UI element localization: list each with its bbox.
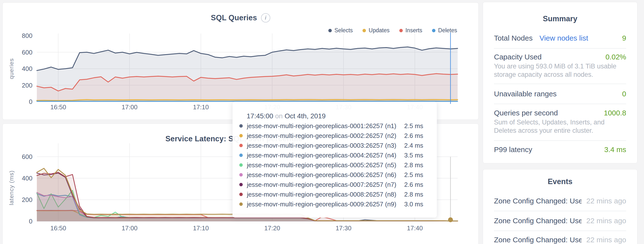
node-latency-value: 2.8 ms [404,191,423,198]
tooltip-row: jesse-movr-multi-region-georeplicas-0008… [233,189,437,199]
legend-item-inserts[interactable]: Inserts [399,27,422,34]
event-link[interactable]: Zone Config Changed: User… [494,217,582,225]
divider [494,104,626,104]
summary-row-p99-latency: P99 latency 3.4 ms [494,145,626,155]
tooltip-connector: on [275,112,283,120]
tooltip-date: Oct 4th, 2019 [285,112,326,120]
y-axis-title: latency (ms) [8,170,15,205]
node-latency-value: 2.6 ms [404,132,423,140]
x-axis-tick-label: 16:50 [50,224,66,232]
node-latency-value: 3.5 ms [404,152,423,159]
legend-item-deletes[interactable]: Deletes [432,27,457,34]
tooltip-row: jesse-movr-multi-region-georeplicas-0004… [233,150,437,160]
x-axis-tick-label: 17:30 [336,224,352,232]
legend-dot-icon [399,29,403,32]
p99-latency-value: 3.4 ms [604,146,626,154]
unavailable-ranges-value: 0 [622,90,626,98]
y-axis-tick-label: 200 [22,196,32,203]
capacity-used-label: Capacity Used [494,53,542,61]
legend-label: Selects [334,27,353,34]
y-axis-tick-label: 600 [22,49,32,56]
node-name: jesse-movr-multi-region-georeplicas-0005… [247,161,396,169]
node-name: jesse-movr-multi-region-georeplicas-0009… [247,200,396,208]
event-row: Zone Config Changed: User… 22 mins ago [494,235,626,244]
x-axis-tick-label: 17:00 [122,103,138,111]
divider [494,211,626,211]
node-latency-value: 2.4 ms [404,142,423,149]
series-color-dot-icon [239,134,243,137]
legend-label: Deletes [438,27,457,34]
y-axis-title: queries [8,58,15,79]
legend-label: Updates [368,27,390,34]
chart-hover-tooltip: 17:45:00 on Oct 4th, 2019 jesse-movr-mul… [232,102,437,218]
y-axis-tick-label: 0 [29,98,32,105]
queries-per-second-value: 1000.8 [604,109,626,117]
tooltip-rows: jesse-movr-multi-region-georeplicas-0001… [233,121,437,209]
y-axis-tick-label: 800 [22,32,32,39]
divider [494,230,626,231]
x-axis-tick-label: 17:10 [193,103,209,111]
divider [494,140,626,141]
chart-title: SQL Queries [211,14,257,22]
event-timestamp: 22 mins ago [586,197,626,205]
sql-queries-title-row: SQL Queries i [3,13,478,23]
view-nodes-list-link[interactable]: View nodes list [539,34,588,42]
events-title: Events [483,177,637,186]
divider [494,48,626,49]
node-latency-value: 2.6 ms [404,181,423,188]
legend-dot-icon [328,29,332,32]
node-latency-value: 2.8 ms [404,161,423,169]
y-axis-tick-label: 200 [22,82,32,89]
event-timestamp: 22 mins ago [586,236,626,244]
events-panel: Events Zone Config Changed: User… 22 min… [483,169,638,244]
queries-per-second-subtext: Sum of Selects, Updates, Inserts, and De… [494,118,628,135]
event-link[interactable]: Zone Config Changed: User… [494,197,582,205]
event-link[interactable]: Zone Config Changed: User… [494,236,582,244]
cluster-overview-page: SQL Queries i SelectsUpdatesInsertsDelet… [0,0,644,244]
summary-row-unavailable-ranges: Unavailable ranges 0 [494,89,626,99]
series-color-dot-icon [239,124,243,128]
y-axis-tick-label: 400 [22,175,32,182]
tooltip-row: jesse-movr-multi-region-georeplicas-0009… [233,199,437,209]
sql-queries-legend: SelectsUpdatesInsertsDeletes [328,27,457,34]
node-latency-value: 2.5 ms [404,122,423,130]
y-axis-tick-label: 0 [29,218,32,225]
capacity-used-subtext: You are using 593.0 MiB of 3.1 TiB usabl… [494,62,628,79]
legend-dot-icon [432,29,436,32]
node-name: jesse-movr-multi-region-georeplicas-0004… [247,152,396,159]
node-latency-value: 2.5 ms [404,171,423,179]
x-axis-tick-label: 17:40 [407,224,423,232]
event-row: Zone Config Changed: User… 22 mins ago [494,196,626,206]
event-row: Zone Config Changed: User… 22 mins ago [494,216,626,226]
y-axis-tick-label: 600 [22,153,32,160]
tooltip-row: jesse-movr-multi-region-georeplicas-0001… [233,121,437,131]
x-axis-tick-label: 17:20 [264,224,280,232]
series-color-dot-icon [239,163,243,167]
capacity-used-value: 0.02% [606,53,626,61]
legend-item-selects[interactable]: Selects [328,27,353,34]
series-color-dot-icon [239,154,243,157]
node-latency-value: 3.0 ms [404,200,423,208]
legend-label: Inserts [406,27,422,34]
info-icon[interactable]: i [261,13,270,23]
tooltip-row: jesse-movr-multi-region-georeplicas-0003… [233,141,437,150]
total-nodes-value: 9 [622,34,626,42]
tooltip-time-header: 17:45:00 on Oct 4th, 2019 [246,112,326,120]
x-axis-tick-label: 17:00 [122,224,138,232]
summary-panel: Summary Total Nodes View nodes list 9 Ca… [483,2,638,163]
divider [494,84,626,84]
series-color-dot-icon [239,173,243,177]
summary-row-total-nodes: Total Nodes View nodes list 9 [494,33,626,43]
unavailable-ranges-label: Unavailable ranges [494,90,557,98]
y-axis-tick-label: 400 [22,65,32,72]
total-nodes-label: Total Nodes [494,34,532,42]
summary-row-capacity-used: Capacity Used 0.02% [494,52,626,62]
node-name: jesse-movr-multi-region-georeplicas-0001… [247,122,396,130]
series-color-dot-icon [239,183,243,186]
series-color-dot-icon [239,144,243,147]
tooltip-row: jesse-movr-multi-region-georeplicas-0005… [233,160,437,170]
event-timestamp: 22 mins ago [586,217,626,225]
legend-item-updates[interactable]: Updates [362,27,390,34]
tooltip-row: jesse-movr-multi-region-georeplicas-0007… [233,180,437,189]
series-color-dot-icon [239,193,243,196]
